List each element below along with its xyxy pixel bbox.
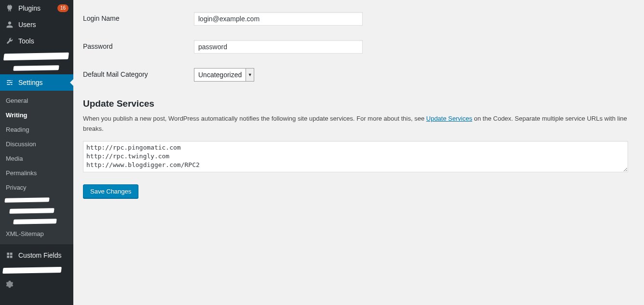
sidebar-item-users[interactable]: Users [0, 16, 73, 33]
sidebar-item-plugins[interactable]: Plugins 16 [0, 0, 73, 16]
user-icon [5, 21, 14, 28]
submenu-xml-sitemap[interactable]: XML-Sitemap [0, 227, 73, 241]
update-services-heading: Update Services [83, 98, 634, 109]
redacted-subitem [0, 195, 73, 206]
wrench-icon [5, 37, 14, 45]
chevron-down-icon: ▼ [246, 69, 254, 81]
submenu-privacy[interactable]: Privacy [0, 180, 73, 195]
sliders-icon [5, 79, 14, 86]
redacted-item [0, 64, 73, 74]
submenu-reading[interactable]: Reading [0, 123, 73, 137]
main-content: Login Name Password Default Mail Categor… [73, 0, 644, 305]
sidebar-item-custom-fields[interactable]: Custom Fields [0, 247, 73, 263]
plugins-update-badge: 16 [57, 4, 69, 12]
redacted-item [0, 49, 73, 64]
sidebar-item-settings[interactable]: Settings [0, 74, 73, 91]
login-name-label: Login Name [83, 14, 120, 22]
default-mail-category-select[interactable]: Uncategorized ▼ [194, 68, 254, 82]
sidebar-label-custom-fields: Custom Fields [18, 251, 69, 259]
plug-icon [5, 4, 14, 12]
sidebar-label-tools: Tools [18, 37, 69, 45]
submenu-permalinks[interactable]: Permalinks [0, 166, 73, 180]
gear-icon [5, 280, 14, 288]
default-mail-category-label: Default Mail Category [83, 70, 148, 78]
redacted-item [0, 263, 73, 276]
submenu-media[interactable]: Media [0, 152, 73, 166]
password-input[interactable] [194, 40, 363, 54]
save-changes-button[interactable]: Save Changes [83, 184, 138, 198]
redacted-subitem [0, 206, 73, 216]
sidebar-label-settings: Settings [18, 79, 69, 86]
login-name-input[interactable] [194, 12, 363, 26]
submenu-discussion[interactable]: Discussion [0, 137, 73, 152]
settings-submenu: General Writing Reading Discussion Media… [0, 91, 73, 244]
update-services-textarea[interactable] [83, 141, 628, 172]
writing-settings-form: Login Name Password Default Mail Categor… [83, 5, 634, 89]
sidebar-item-bottom[interactable] [0, 276, 73, 292]
sidebar-label-plugins: Plugins [18, 4, 55, 12]
select-value: Uncategorized [194, 71, 246, 79]
submenu-writing[interactable]: Writing [0, 108, 73, 123]
sidebar-item-tools[interactable]: Tools [0, 33, 73, 49]
redacted-subitem [0, 216, 73, 227]
desc-pre: When you publish a new post, WordPress a… [83, 115, 426, 122]
update-services-link[interactable]: Update Services [426, 115, 472, 122]
submenu-general[interactable]: General [0, 94, 73, 108]
password-label: Password [83, 42, 112, 50]
update-services-description: When you publish a new post, WordPress a… [83, 114, 634, 134]
sidebar-label-users: Users [18, 21, 69, 28]
grid-icon [5, 251, 14, 259]
admin-sidebar: Plugins 16 Users Tools Settings General … [0, 0, 73, 305]
